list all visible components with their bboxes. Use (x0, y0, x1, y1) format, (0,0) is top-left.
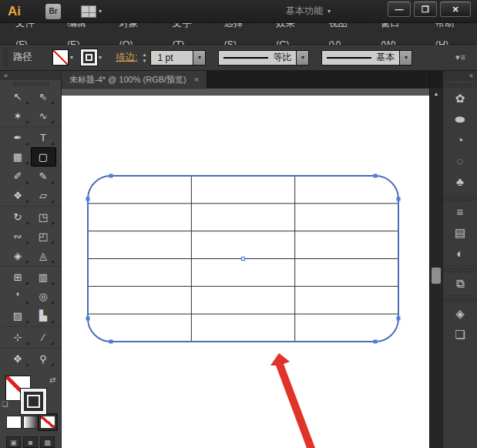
fill-color-control[interactable]: ▾ (52, 49, 73, 66)
default-fill-stroke-icon[interactable]: ❏ (2, 400, 8, 408)
tool-blend[interactable]: ◎ (31, 287, 56, 306)
artboard-canvas[interactable] (62, 96, 429, 448)
tool-slice[interactable]: ∕ (31, 328, 56, 347)
tool-zoom[interactable]: ⚲ (31, 349, 56, 369)
swatch-none-button[interactable] (40, 416, 55, 429)
chevron-down-icon[interactable]: ▾ (70, 54, 73, 61)
tool-lasso[interactable]: ∿ (31, 106, 56, 126)
stroke-proxy[interactable] (21, 389, 46, 414)
tool-paintbrush[interactable]: ✐ (5, 167, 31, 186)
anchor-point (109, 340, 113, 344)
swap-fill-stroke-icon[interactable]: ⇄ (49, 376, 55, 384)
panel-button-gradient[interactable]: ▤ (443, 222, 477, 243)
brush-definition-dropdown-button[interactable]: ▾ (400, 50, 412, 66)
free-transform-icon: ◰ (39, 231, 48, 242)
tab-close-icon[interactable]: × (194, 75, 199, 84)
workspace-switcher[interactable]: 基本功能 ▾ (286, 5, 331, 18)
draw-normal-button[interactable]: ▣ (6, 436, 21, 448)
close-button[interactable]: ✕ (440, 2, 471, 17)
fill-none-swatch[interactable] (52, 49, 69, 66)
swatch-color-button[interactable] (6, 416, 22, 429)
panel-button-symbols[interactable]: ♣ (443, 171, 477, 192)
dock-gripper[interactable] (443, 196, 477, 201)
stroke-panel-link[interactable]: 描边: (116, 51, 137, 64)
mesh-icon: ⊞ (14, 271, 22, 283)
scrollbar-track[interactable] (430, 99, 442, 448)
tool-rounded-rectangle[interactable]: ▢ (31, 147, 56, 167)
panel-button-transparency[interactable]: ◐ (443, 243, 477, 264)
tool-scale[interactable]: ◳ (31, 207, 56, 227)
tool-perspective-grid[interactable]: ◬ (31, 246, 56, 265)
stroke-swatch[interactable] (81, 49, 97, 66)
tool-type[interactable]: T (31, 128, 56, 147)
chevron-down-icon[interactable]: ▾ (99, 54, 102, 61)
swatch-gradient-button[interactable] (23, 416, 39, 429)
tool-artboard[interactable]: ⊹ (5, 328, 31, 347)
color-icon: ⬬ (455, 113, 465, 126)
panel-dock: « ✿⬬◔◌♣≡▤◐⧉◈❏ (442, 71, 477, 448)
tool-free-transform[interactable]: ◰ (31, 227, 56, 246)
tool-rotate[interactable]: ↻ (5, 207, 31, 227)
tool-mesh[interactable]: ⊞ (5, 268, 31, 287)
tool-magic-wand[interactable]: ✶ (5, 106, 31, 126)
stroke-color-control[interactable]: ▾ (81, 49, 102, 66)
tool-column-graph[interactable]: ▙ (31, 306, 56, 325)
annotation-arrow (270, 353, 315, 448)
tool-shape-builder[interactable]: ◈ (5, 246, 31, 265)
tool-selection[interactable]: ↖ (5, 87, 31, 106)
tools-collapse-button[interactable]: « (0, 71, 61, 80)
control-panel-menu-icon[interactable]: ▾≡ (455, 52, 466, 62)
brush-definition-select[interactable]: 基本 (321, 50, 400, 66)
scrollbar-thumb[interactable] (432, 268, 441, 284)
tool-blob-brush[interactable]: ❖ (5, 186, 31, 205)
document-tab[interactable]: 未标题-4* @ 100% (RGB/预览) × (62, 71, 207, 88)
maximize-button[interactable]: ❐ (414, 2, 437, 17)
dock-gripper[interactable] (443, 268, 477, 273)
minimize-button[interactable]: — (388, 2, 411, 17)
draw-inside-button[interactable]: ▩ (40, 436, 55, 448)
panel-button-layers[interactable]: ◈ (443, 303, 477, 324)
width-profile-select[interactable]: 等比 (218, 50, 297, 66)
dock-collapse-button[interactable]: « (443, 71, 477, 81)
selection-icon: ↖ (14, 91, 22, 103)
transparency-icon: ◐ (456, 247, 463, 260)
panel-button-brushes[interactable]: ✿ (443, 88, 477, 109)
tool-direct-selection[interactable]: ⇖ (31, 87, 56, 106)
tool-pencil[interactable]: ✎ (31, 167, 56, 186)
panel-gripper[interactable] (3, 49, 8, 67)
zoom-icon: ⚲ (39, 353, 47, 365)
gradient-icon: ▥ (39, 271, 48, 283)
panel-button-artboards[interactable]: ❏ (443, 324, 477, 345)
stepper-up-icon[interactable]: ▲ (141, 52, 149, 58)
tool-symbol-sprayer[interactable]: ▨ (5, 306, 31, 325)
tool-hand[interactable]: ✥ (5, 349, 31, 369)
tool-eyedropper[interactable]: ❜ (5, 287, 31, 306)
drawing-mode-buttons: ▣◙▩ (0, 436, 61, 448)
dock-gripper[interactable] (443, 298, 477, 303)
tool-eraser[interactable]: ▱ (31, 186, 56, 205)
appearance-icon: ◌ (457, 154, 464, 167)
panel-button-color-guide[interactable]: ◔ (443, 130, 477, 150)
scrollbar-header (430, 71, 442, 88)
bridge-icon[interactable]: Br (45, 4, 61, 19)
tool-rectangular-grid[interactable]: ▦ (5, 147, 31, 167)
panel-button-appearance[interactable]: ◌ (443, 150, 477, 171)
width-profile-dropdown-button[interactable]: ▾ (297, 50, 309, 66)
arrange-documents-button[interactable]: ▾ (81, 5, 102, 18)
tool-pen[interactable]: ✒ (5, 128, 31, 147)
tool-width-tool[interactable]: ∾ (5, 227, 31, 246)
stepper-down-icon[interactable]: ▼ (141, 58, 149, 64)
panel-button-transform[interactable]: ⧉ (443, 273, 477, 294)
stroke-width-field[interactable]: 1 pt (150, 50, 193, 66)
stroke-width-dropdown-button[interactable]: ▾ (193, 50, 206, 66)
vertical-scrollbar[interactable]: ▲ (429, 71, 442, 448)
panel-button-stroke[interactable]: ≡ (443, 201, 477, 222)
panel-button-color[interactable]: ⬬ (443, 109, 477, 130)
dock-gripper[interactable] (443, 83, 477, 88)
draw-behind-button[interactable]: ◙ (23, 436, 38, 448)
pen-icon: ✒ (14, 132, 22, 143)
stroke-width-stepper[interactable]: ▲ ▼ (141, 52, 149, 64)
tool-gradient[interactable]: ▥ (31, 268, 56, 287)
scroll-up-icon[interactable]: ▲ (430, 88, 442, 99)
tools-panel: « ↖⇖✶∿✒T▦▢✐✎❖▱↻◳∾◰◈◬⊞▥❜◎▨▙⊹∕✥⚲ ⇄ ❏ ▣◙▩ (0, 71, 62, 448)
